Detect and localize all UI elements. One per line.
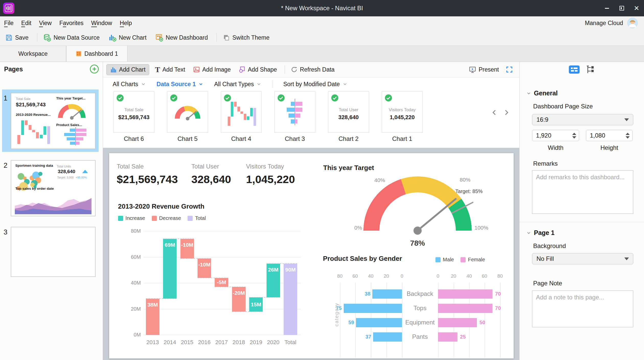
present-button[interactable]: Present [469, 66, 499, 73]
dashboard-page[interactable]: Total Sale$21,569,743Total User328,640Vi… [109, 153, 514, 358]
add-page-button[interactable] [89, 64, 99, 74]
waterfall-connector [180, 258, 211, 259]
switch-theme-icon [222, 34, 230, 41]
dashboard-canvas[interactable]: Total Sale$21,569,743Total User328,640Vi… [103, 148, 519, 360]
new-chart-button[interactable]: New Chart [108, 33, 147, 42]
waterfall-bar [47, 126, 50, 144]
stepper-arrows-icon[interactable] [572, 133, 576, 139]
chart-title: Product Sales by Gender [323, 255, 402, 263]
kpi-chart[interactable]: Total Sale$21,569,743 [117, 163, 183, 196]
gridline [143, 231, 301, 231]
chart-card-chart-3[interactable]: Chart 3 [274, 91, 315, 142]
filter-all-charts[interactable]: All Charts [113, 81, 146, 88]
waterfall-bar: 26M [267, 264, 280, 297]
new-data-source-button[interactable]: New Data Source [43, 33, 99, 42]
menu-help[interactable]: Help [120, 20, 132, 27]
dropdown-arrow-icon [624, 257, 629, 260]
filter-sort[interactable]: Sort by Modified Date [283, 81, 347, 88]
male-value-label: 38 [358, 291, 370, 297]
chart-card-chart-2[interactable]: Total User328,640Chart 2 [328, 91, 369, 142]
page-thumbnail-1[interactable]: Total Sale$21,569,743This year Target...… [11, 93, 96, 149]
toolbar-separator [216, 33, 217, 42]
add-image-button[interactable]: Add Image [193, 66, 231, 73]
category-label: Backpack [402, 290, 438, 297]
background-select[interactable]: No Fill [532, 253, 633, 264]
page-note-textarea[interactable] [532, 290, 633, 327]
main-toolbar: Save New Data Source New Chart New Dashb… [0, 30, 644, 46]
female-bar [76, 142, 79, 145]
stepper-arrows-icon[interactable] [626, 133, 630, 139]
category-label: Tops [402, 305, 438, 312]
female-bar [438, 289, 493, 299]
chart-card-preview: Total Sale$21,569,743 [113, 91, 154, 133]
filter-data-source[interactable]: Data Source 1 [157, 81, 203, 88]
chart-card-chart-5[interactable]: Chart 5 [167, 91, 208, 142]
waterfall-chart[interactable]: 2013-2020 Revenue GrowthIncreaseDecrease… [116, 200, 307, 351]
page-size-select[interactable]: 16:9 [532, 114, 633, 125]
width-stepper[interactable]: 1,920 [532, 130, 579, 141]
height-value: 1,080 [590, 132, 605, 139]
menu-window[interactable]: Window [91, 20, 112, 27]
save-button[interactable]: Save [5, 34, 28, 41]
pager-prev-button[interactable] [491, 109, 498, 116]
filter-all-charts-label: All Charts [113, 81, 138, 88]
fullscreen-button[interactable] [505, 66, 513, 73]
add-shape-icon [238, 66, 246, 73]
waterfall-bar [234, 102, 237, 107]
chart-picker: All Charts Data Source 1 All Chart Types… [103, 77, 519, 148]
chart-card-name: Chart 5 [167, 135, 208, 142]
kpi-chart[interactable]: Visitors Today1,045,220 [246, 163, 313, 196]
switch-theme-label: Switch Theme [232, 34, 269, 41]
collapse-chevron-icon [526, 91, 531, 96]
filter-chart-types[interactable]: All Chart Types [214, 81, 262, 88]
x-tick-label: 20 [381, 273, 392, 279]
page-thumbnail-3[interactable] [11, 227, 96, 277]
gauge-arc [363, 176, 472, 231]
waterfall-bar [228, 117, 230, 126]
minimize-button[interactable] [600, 0, 614, 16]
user-avatar[interactable] [627, 18, 638, 28]
switch-theme-button[interactable]: Switch Theme [222, 34, 269, 41]
chart-card-chart-1[interactable]: Visitors Today1,045,220Chart 1 [382, 91, 423, 142]
male-bar [287, 108, 295, 112]
thumb-gauge-title: This year Target... [56, 96, 86, 100]
close-button[interactable]: ✕ [629, 0, 644, 16]
width-value: 1,920 [536, 132, 551, 139]
pager-next-button[interactable] [502, 109, 510, 116]
x-tick-label: 0 [433, 273, 443, 279]
save-label: Save [15, 34, 28, 41]
gauge-chart[interactable]: This year Target40%80%0%100%Target: 85%7… [321, 160, 503, 251]
add-chart-button[interactable]: Add Chart [106, 64, 150, 75]
menu-edit[interactable]: Edit [21, 20, 31, 27]
x-tick-label: 20 [448, 273, 459, 279]
chart-legend: MaleFemale [435, 257, 492, 263]
tab-dashboard-1[interactable]: Dashboard 1 [66, 46, 128, 62]
menu-view[interactable]: View [39, 20, 52, 27]
general-section-header[interactable]: General [526, 89, 558, 97]
outline-view-button[interactable] [585, 65, 595, 74]
menu-favorites[interactable]: Favorites [59, 20, 84, 27]
tab-workspace[interactable]: Workspace [0, 46, 66, 62]
gauge-tick-label: 100% [475, 225, 488, 231]
new-chart-label: New Chart [119, 34, 147, 41]
remarks-textarea[interactable] [532, 170, 633, 214]
add-shape-button[interactable]: Add Shape [238, 66, 277, 73]
new-dashboard-button[interactable]: New Dashboard [155, 33, 208, 42]
properties-view-button[interactable] [568, 65, 580, 74]
menu-file[interactable]: File [4, 20, 14, 27]
height-stepper[interactable]: 1,080 [586, 130, 632, 141]
new-data-source-icon [43, 33, 51, 42]
x-tick-label: 80 [495, 273, 505, 279]
butterfly-chart[interactable]: Product Sales by GenderMaleFemale8060402… [323, 249, 509, 358]
add-text-button[interactable]: T Add Text [155, 66, 185, 73]
new-chart-icon [108, 33, 117, 42]
legend-item: Total [188, 215, 206, 221]
chart-card-chart-4[interactable]: Chart 4 [221, 91, 262, 142]
manage-cloud-link[interactable]: Manage Cloud [585, 20, 623, 27]
page-section-header[interactable]: Page 1 [526, 229, 555, 237]
page-thumbnail-2[interactable]: Sportmen training dataTotal Units328,640… [11, 160, 96, 216]
chart-card-chart-6[interactable]: Total Sale$21,569,743Chart 6 [113, 91, 154, 142]
refresh-data-button[interactable]: Refresh Data [291, 66, 335, 73]
maximize-button[interactable] [614, 0, 629, 16]
add-text-icon: T [155, 66, 160, 73]
